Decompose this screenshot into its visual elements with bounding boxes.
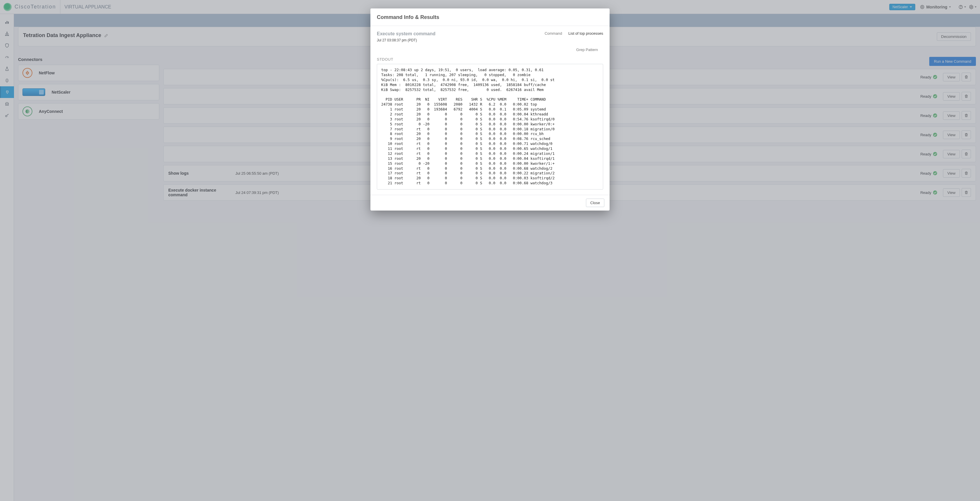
close-button[interactable]: Close [586,199,605,207]
grep-label: Grep Pattern [576,48,598,52]
modal-header: Command Info & Results [371,8,609,26]
modal-timestamp: Jul 27 03:08:37 pm (PDT) [377,38,436,42]
modal-subtitle: Execute system command [377,31,436,37]
command-results-modal: Command Info & Results Execute system co… [371,8,609,210]
modal-overlay[interactable]: Command Info & Results Execute system co… [0,0,980,501]
stdout-label: STDOUT [377,57,603,62]
modal-title: Command Info & Results [377,14,603,21]
command-value: List of top processes [568,31,603,36]
command-field: Command List of top processes [544,31,603,42]
command-label: Command [544,31,562,36]
stdout-content: top - 22:08:43 up 2 days, 19:51, 0 users… [381,68,599,186]
grep-field: Grep Pattern [576,48,603,52]
stdout-box[interactable]: top - 22:08:43 up 2 days, 19:51, 0 users… [377,64,603,189]
